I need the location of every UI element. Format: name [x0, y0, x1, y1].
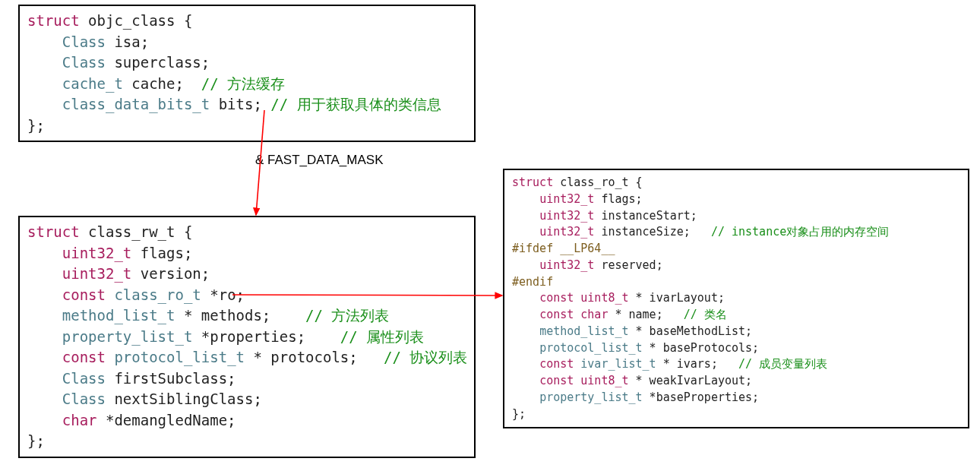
code-token: method_list_t [539, 324, 628, 338]
code-token: // 方法列表 [305, 307, 389, 324]
code-token: nextSiblingClass; [106, 390, 262, 407]
code-line: cache_t cache; // 方法缓存 [27, 74, 466, 95]
code-line: method_list_t * methods; // 方法列表 [27, 305, 466, 327]
code-token: const [62, 349, 106, 365]
code-token: const [539, 374, 574, 387]
code-token: struct [27, 223, 80, 240]
code-token: * weakIvarLayout; [629, 374, 753, 387]
code-token [27, 412, 62, 428]
code-token [27, 349, 62, 365]
code-token: struct [27, 12, 80, 29]
code-token: uint32_t [539, 192, 594, 206]
code-line: }; [27, 115, 466, 137]
code-token: *baseProperties; [643, 390, 760, 404]
code-line: property_list_t *baseProperties; [512, 390, 960, 406]
code-token [106, 349, 114, 365]
code-token: // 协议列表 [384, 349, 467, 365]
code-line: struct class_ro_t { [512, 175, 960, 191]
code-line: uint32_t flags; [512, 191, 960, 208]
code-token [512, 374, 539, 387]
code-line: struct class_rw_t { [27, 222, 466, 243]
code-token [574, 374, 580, 387]
code-line: uint32_t flags; [27, 243, 466, 264]
code-token: * methods; [175, 307, 305, 324]
code-line: const char * name; // 类名 [512, 307, 960, 324]
code-box-class-ro-t: struct class_ro_t { uint32_t flags; uint… [503, 169, 969, 428]
code-token: reserved; [594, 258, 662, 272]
code-token: // 成员变量列表 [738, 357, 827, 371]
code-box-objc-class: struct objc_class { Class isa; Class sup… [18, 5, 476, 142]
code-token: flags; [594, 192, 642, 206]
code-token: }; [27, 432, 45, 449]
code-line: protocol_list_t * baseProtocols; [512, 340, 960, 357]
code-token: * name; [608, 308, 683, 321]
code-token: instanceStart; [594, 209, 697, 223]
code-token: uint32_t [539, 209, 594, 223]
code-line: }; [512, 406, 960, 423]
code-token: *ro; [201, 286, 245, 303]
code-token: char [62, 412, 97, 428]
code-token [27, 33, 62, 50]
code-token: firstSubclass; [106, 370, 236, 387]
code-line: property_list_t *properties; // 属性列表 [27, 327, 466, 348]
code-line: const class_ro_t *ro; [27, 285, 466, 306]
code-token: // 类名 [684, 308, 727, 321]
code-token: // instance对象占用的内存空间 [711, 225, 889, 239]
code-token: property_list_t [62, 328, 193, 345]
code-token: uint32_t [539, 225, 594, 239]
code-line: const uint8_t * ivarLayout; [512, 290, 960, 307]
code-line: Class isa; [27, 32, 466, 53]
code-line: Class superclass; [27, 52, 466, 74]
code-token [80, 12, 88, 29]
code-line: struct objc_class { [27, 11, 466, 32]
code-token: Class [62, 370, 106, 387]
code-token: }; [27, 117, 45, 134]
code-token: const [539, 357, 574, 371]
code-token: superclass; [106, 54, 210, 71]
code-line: }; [27, 431, 466, 452]
code-token: uint8_t [580, 291, 628, 305]
code-token: flags; [131, 245, 192, 261]
code-token [106, 286, 114, 303]
code-token: { [175, 12, 192, 29]
code-token [27, 245, 62, 261]
code-token: * ivarLayout; [629, 291, 725, 305]
code-token [512, 390, 539, 404]
code-token: cache; [123, 75, 201, 92]
code-token: // 用于获取具体的类信息 [270, 96, 441, 112]
code-line: const protocol_list_t * protocols; // 协议… [27, 347, 466, 368]
code-token [27, 328, 62, 345]
code-token [27, 265, 62, 282]
code-line: uint32_t instanceSize; // instance对象占用的内… [512, 224, 960, 241]
code-token: class_rw_t [88, 223, 175, 240]
code-token [574, 291, 580, 305]
code-line: #ifdef __LP64__ [512, 241, 960, 258]
code-token: }; [512, 407, 526, 421]
code-line: Class nextSiblingClass; [27, 389, 466, 410]
code-token [553, 175, 560, 189]
code-token: uint32_t [539, 258, 594, 272]
code-token [27, 75, 62, 92]
code-token: bits; [210, 96, 270, 112]
code-line: uint32_t instanceStart; [512, 208, 960, 225]
code-line: #endif [512, 274, 960, 291]
code-token [512, 341, 539, 355]
code-line: uint32_t reserved; [512, 258, 960, 274]
code-token [27, 54, 62, 71]
code-token: * ivars; [656, 357, 738, 371]
mask-label: & FAST_DATA_MASK [255, 153, 383, 168]
code-token: { [629, 175, 643, 189]
code-token: *demangledName; [97, 412, 236, 428]
code-token [512, 308, 539, 321]
code-token [27, 286, 62, 303]
code-token: protocol_list_t [114, 349, 245, 365]
code-token: Class [62, 54, 106, 71]
code-line: const ivar_list_t * ivars; // 成员变量列表 [512, 356, 960, 373]
code-token: class_data_bits_t [62, 96, 210, 112]
code-token: *properties; [192, 328, 340, 345]
code-token [512, 192, 539, 206]
code-token: uint8_t [580, 374, 628, 387]
code-box-class-rw-t: struct class_rw_t { uint32_t flags; uint… [18, 216, 476, 458]
code-token: #ifdef __LP64__ [512, 242, 615, 255]
code-token: isa; [106, 33, 149, 50]
